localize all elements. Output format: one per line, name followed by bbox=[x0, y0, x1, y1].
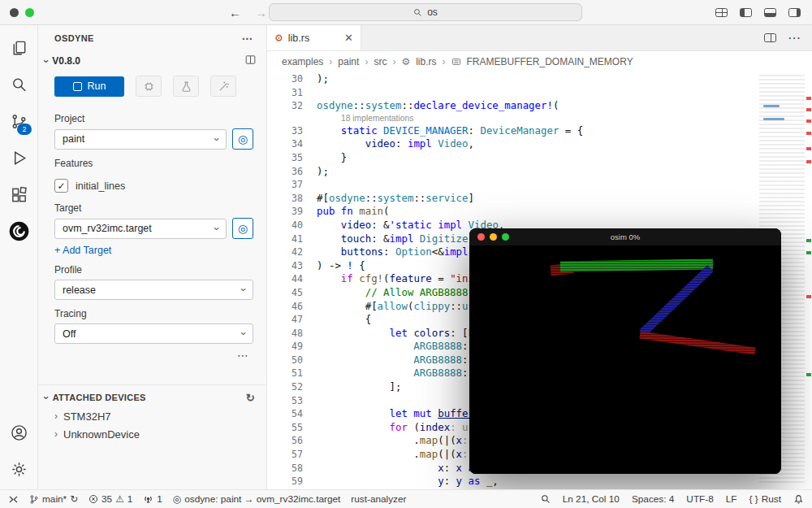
window-controls[interactable] bbox=[10, 8, 34, 17]
code-line: 34 video: impl Video, bbox=[267, 137, 812, 151]
run-button[interactable]: Run bbox=[54, 76, 124, 97]
breadcrumb-lib-rs[interactable]: lib.rs bbox=[416, 56, 436, 67]
chevron-down-icon: › bbox=[237, 332, 249, 335]
osdyne-task-status[interactable]: ◎ osdyne: paint → ovm_rv32imc.target bbox=[173, 493, 340, 505]
split-editor-icon[interactable] bbox=[764, 33, 776, 42]
code-line: 36); bbox=[267, 165, 812, 179]
chevron-right-icon: › bbox=[54, 429, 58, 439]
command-center-search[interactable]: os bbox=[269, 3, 582, 21]
code-line: 35 } bbox=[267, 151, 812, 165]
back-icon[interactable]: ← bbox=[229, 6, 241, 20]
line-number: 33 bbox=[267, 124, 303, 138]
sidebar-overflow-icon[interactable]: ⋯ bbox=[237, 349, 248, 362]
attached-devices-header[interactable]: › ATTACHED DEVICES ↻ bbox=[38, 388, 266, 407]
line-number: 49 bbox=[267, 340, 303, 354]
line-number: 45 bbox=[267, 286, 303, 300]
refresh-icon[interactable]: ↻ bbox=[246, 392, 255, 404]
chevron-right-icon: › bbox=[365, 56, 368, 67]
editor-more-icon[interactable]: ⋯ bbox=[788, 30, 801, 46]
forward-icon[interactable]: → bbox=[255, 6, 267, 20]
code-line: 30); bbox=[267, 72, 812, 86]
titlebar-actions bbox=[715, 0, 801, 24]
chevron-right-icon: › bbox=[392, 56, 395, 67]
chevron-right-icon: › bbox=[443, 56, 446, 67]
breadcrumb-symbol[interactable]: FRAMEBUFFER_DOMAIN_MEMORY bbox=[467, 56, 633, 67]
tracing-select[interactable]: Off › bbox=[54, 323, 253, 344]
feature-option-label: initial_lines bbox=[76, 180, 125, 192]
line-number: 31 bbox=[267, 86, 303, 100]
zoom-indicator-icon[interactable] bbox=[541, 494, 551, 504]
notifications-bell-icon[interactable] bbox=[793, 494, 804, 505]
radio-tower-icon bbox=[143, 494, 153, 505]
minimap-chip bbox=[763, 105, 780, 107]
osdyne-extension-icon[interactable] bbox=[0, 213, 37, 250]
target-icon: ◎ bbox=[173, 493, 181, 505]
indentation[interactable]: Spaces: 4 bbox=[632, 493, 674, 505]
breadcrumb-examples[interactable]: examples bbox=[282, 56, 323, 67]
add-target-link[interactable]: + Add Target bbox=[38, 239, 266, 256]
language-mode[interactable]: { } Rust bbox=[749, 493, 781, 505]
flash-tool-button[interactable] bbox=[136, 76, 162, 97]
target-locate-button[interactable]: ◎ bbox=[232, 218, 253, 239]
source-control-icon[interactable]: 2 bbox=[0, 103, 37, 140]
device-item-stm32h7[interactable]: › STM32H7 bbox=[38, 407, 266, 425]
osim-title-bar[interactable]: osim 0% bbox=[469, 228, 781, 245]
attach-tool-button[interactable] bbox=[210, 76, 236, 97]
project-locate-button[interactable]: ◎ bbox=[232, 128, 253, 150]
osim-framebuffer bbox=[469, 245, 781, 474]
osim-close-icon[interactable] bbox=[477, 233, 485, 241]
panel-layout-icon[interactable] bbox=[244, 54, 257, 68]
window-zoom-dot[interactable] bbox=[25, 8, 34, 17]
close-icon[interactable]: ✕ bbox=[344, 32, 353, 44]
tab-lib-rs[interactable]: ⚙ lib.rs ✕ bbox=[267, 25, 361, 50]
line-number: 44 bbox=[267, 272, 303, 286]
breadcrumb-src[interactable]: src bbox=[374, 56, 387, 67]
toggle-sidebar-icon[interactable] bbox=[740, 8, 752, 17]
test-tool-button[interactable] bbox=[173, 76, 199, 97]
osim-window-title: osim 0% bbox=[611, 232, 640, 241]
remote-indicator-icon[interactable] bbox=[8, 494, 19, 505]
accounts-icon[interactable] bbox=[0, 415, 37, 451]
rust-file-icon: ⚙ bbox=[274, 33, 283, 44]
breadcrumb-paint[interactable]: paint bbox=[338, 56, 359, 67]
profile-select[interactable]: release › bbox=[54, 280, 253, 300]
cursor-position[interactable]: Ln 21, Col 10 bbox=[563, 493, 620, 505]
explorer-icon[interactable] bbox=[0, 30, 37, 67]
line-number: 46 bbox=[267, 300, 303, 314]
osim-minimize-icon[interactable] bbox=[490, 233, 497, 241]
osim-emulator-window[interactable]: osim 0% bbox=[469, 228, 781, 474]
device-item-unknown[interactable]: › UnknownDevice bbox=[38, 425, 266, 443]
run-debug-icon[interactable] bbox=[0, 140, 37, 176]
encoding[interactable]: UTF-8 bbox=[686, 493, 713, 505]
code-line: 33 static DEVICE_MANAGER: DeviceManager … bbox=[267, 124, 812, 138]
eol-sequence[interactable]: LF bbox=[726, 493, 737, 505]
window-control-dot[interactable] bbox=[10, 8, 19, 17]
problems-status[interactable]: 35 ⚠ 1 bbox=[89, 493, 132, 505]
search-view-icon[interactable] bbox=[0, 67, 37, 103]
target-label: Target bbox=[38, 194, 266, 218]
vscode-window: ← → os 2 bbox=[0, 0, 812, 508]
extensions-icon[interactable] bbox=[0, 176, 37, 213]
sidebar-title: OSDYNE bbox=[54, 33, 94, 43]
toggle-panel-icon[interactable] bbox=[764, 8, 776, 17]
feature-checkbox[interactable]: ✓ bbox=[54, 179, 68, 193]
code-line: 39pub fn main( bbox=[267, 205, 812, 219]
line-number: 41 bbox=[267, 232, 303, 246]
codelens-annotation[interactable]: 18 implementations bbox=[267, 113, 812, 124]
osim-zoom-icon[interactable] bbox=[502, 233, 509, 241]
line-number: 38 bbox=[267, 192, 303, 206]
scm-badge: 2 bbox=[17, 124, 32, 135]
version-section-header[interactable]: › V0.8.0 bbox=[38, 51, 266, 71]
sidebar-more-icon[interactable]: ⋯ bbox=[242, 32, 253, 45]
settings-gear-icon[interactable] bbox=[0, 451, 37, 488]
rust-analyzer-status[interactable]: rust-analyzer bbox=[351, 493, 406, 505]
branch-status[interactable]: main* ↻ bbox=[29, 493, 78, 505]
ports-status[interactable]: 1 bbox=[143, 493, 162, 505]
layout-grid-icon[interactable] bbox=[715, 8, 728, 17]
target-select[interactable]: ovm_rv32imc.target › bbox=[54, 219, 227, 239]
ruler-mark bbox=[806, 97, 811, 100]
toggle-secondary-sidebar-icon[interactable] bbox=[788, 8, 801, 17]
line-number: 52 bbox=[267, 380, 303, 394]
project-select[interactable]: paint › bbox=[54, 129, 227, 150]
chevron-down-icon: › bbox=[41, 396, 52, 400]
